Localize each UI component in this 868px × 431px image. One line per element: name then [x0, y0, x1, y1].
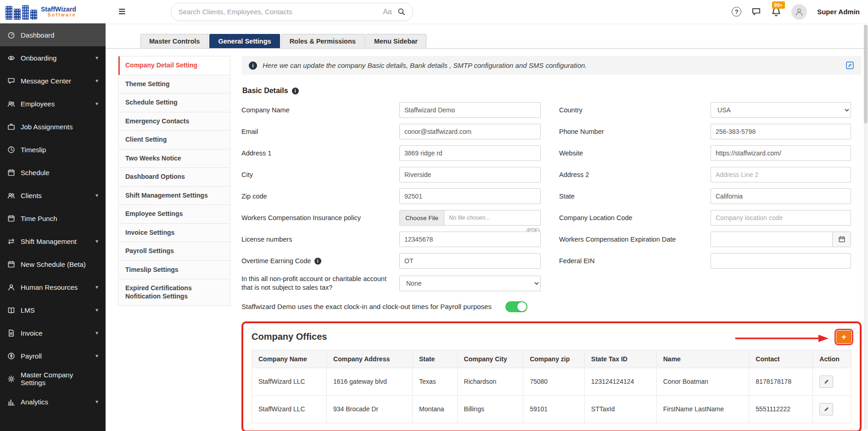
cell-state: Texas	[413, 368, 458, 395]
scrollbar[interactable]	[864, 25, 868, 430]
sidebar-item-label: Shift Management	[21, 238, 77, 245]
website-input[interactable]	[711, 145, 851, 161]
sidebar-item-time-punch[interactable]: Time Punch	[0, 207, 106, 230]
federal-ein-label: Federal EIN	[559, 257, 711, 265]
nonprofit-select[interactable]: None	[399, 276, 541, 291]
basic-details-heading: Basic Details i	[242, 87, 862, 95]
menu-item-two-weeks-notice[interactable]: Two Weeks Notice	[118, 149, 230, 168]
phone-number-input[interactable]	[711, 124, 851, 139]
sidebar-item-timeslip[interactable]: Timeslip	[0, 138, 106, 161]
info-banner: i Here we can update the company Basic d…	[241, 56, 862, 75]
settings-tabs: Master Controls General Settings Roles &…	[106, 34, 868, 49]
state-input[interactable]	[711, 188, 851, 204]
sidebar-item-clients[interactable]: Clients ▾	[0, 184, 106, 207]
chat-icon[interactable]	[751, 7, 761, 17]
federal-ein-input[interactable]	[711, 253, 851, 269]
sidebar-item-dashboard[interactable]: Dashboard	[0, 23, 106, 46]
topbar: StaffWizard Software ≡ Aa ? 99+ Super Ad…	[0, 0, 868, 23]
chat-bubble-icon	[7, 77, 15, 85]
search-input[interactable]	[179, 8, 377, 16]
city-input[interactable]	[399, 167, 541, 182]
sidebar-item-lms[interactable]: LMS ▾	[0, 298, 106, 321]
menu-item-company-detail-setting[interactable]: Company Detail Setting	[118, 56, 230, 75]
menu-item-dashboard-options[interactable]: Dashboard Options	[118, 168, 230, 187]
state-label: State	[559, 192, 711, 201]
sidebar-item-onboarding[interactable]: Onboarding ▾	[0, 46, 106, 69]
user-name[interactable]: Super Admin	[817, 8, 860, 16]
sidebar-item-new-schedule-beta[interactable]: New Schedule (Beta)	[0, 253, 106, 276]
edit-office-button[interactable]	[819, 403, 833, 415]
choose-file-button[interactable]: Choose File	[400, 210, 444, 225]
sidebar-item-label: Dashboard	[21, 31, 54, 39]
search-icon[interactable]	[398, 8, 405, 16]
sidebar-item-shift-management[interactable]: Shift Management ▾	[0, 230, 106, 253]
menu-item-payroll-settings[interactable]: Payroll Settings	[118, 242, 230, 261]
sidebar-item-payroll[interactable]: Payroll ▾	[0, 344, 106, 367]
column-header: Name	[656, 350, 749, 368]
hamburger-menu-icon[interactable]: ≡	[118, 6, 126, 18]
address2-input[interactable]	[711, 167, 851, 182]
sidebar-item-employees[interactable]: Employees ▾	[0, 92, 106, 115]
app-logo[interactable]: StaffWizard Software	[0, 0, 106, 23]
book-icon	[7, 306, 15, 314]
toggle-knob	[517, 302, 526, 311]
exact-clock-toggle[interactable]	[505, 301, 527, 312]
add-office-button[interactable]: +	[836, 331, 851, 343]
cell-company-address: 1616 gateway blvd	[327, 368, 413, 395]
license-numbers-input[interactable]	[399, 232, 541, 247]
calendar-icon[interactable]	[832, 232, 851, 247]
phone-number-label: Phone Number	[559, 127, 711, 136]
sidebar-item-label: Human Resources	[21, 283, 78, 291]
company-name-input[interactable]	[399, 102, 541, 118]
sidebar-item-job-assignments[interactable]: Job Assignments	[0, 115, 106, 138]
chevron-down-icon: ▾	[95, 330, 98, 336]
pencil-icon	[823, 406, 829, 412]
bar-chart-icon	[7, 398, 15, 406]
workers-comp-expiration-input[interactable]	[711, 232, 832, 247]
edit-icon[interactable]	[846, 61, 854, 70]
company-location-code-input[interactable]	[711, 210, 851, 226]
nonprofit-question-label: In this all non-profit account or charit…	[241, 275, 399, 292]
cell-company-name: StaffWizard LLC	[252, 395, 327, 423]
edit-office-button[interactable]	[819, 376, 833, 388]
avatar[interactable]	[791, 4, 807, 20]
cell-contact: 5551112222	[749, 395, 813, 423]
overtime-earning-code-input[interactable]	[399, 253, 541, 269]
menu-item-theme-setting[interactable]: Theme Setting	[118, 75, 230, 94]
sidebar-item-label: Timeslip	[21, 146, 46, 154]
clock-icon	[7, 146, 15, 154]
menu-item-employee-settings[interactable]: Employee Settings	[118, 205, 230, 224]
settings-panel: i Here we can update the company Basic d…	[241, 56, 862, 431]
sidebar-item-master-company-settings[interactable]: Master Company Settings	[0, 367, 106, 390]
menu-item-emergency-contacts[interactable]: Emergency Contacts	[118, 112, 230, 131]
scrollbar-thumb[interactable]	[864, 25, 868, 123]
zip-input[interactable]	[399, 188, 541, 204]
chevron-down-icon: ▾	[95, 77, 98, 84]
sidebar-item-invoice[interactable]: Invoice ▾	[0, 321, 106, 344]
sidebar-item-message-center[interactable]: Message Center ▾	[0, 69, 106, 92]
tab-roles-permissions[interactable]: Roles & Permissions	[281, 34, 364, 48]
menu-item-expired-certifications-notification-settings[interactable]: Expired Certifications Nofitication Sett…	[118, 279, 230, 306]
tab-general-settings[interactable]: General Settings	[209, 34, 280, 48]
menu-item-client-setting[interactable]: Client Setting	[118, 131, 230, 149]
sidebar-item-human-resources[interactable]: Human Resources ▾	[0, 276, 106, 298]
sidebar-item-label: Employees	[21, 100, 55, 108]
cell-company-city: Richardson	[457, 368, 523, 395]
help-icon[interactable]: ?	[732, 7, 741, 17]
menu-item-invoice-settings[interactable]: Invoice Settings	[118, 224, 230, 243]
calendar-icon	[7, 215, 15, 222]
sidebar-item-analytics[interactable]: Analytics ▾	[0, 390, 106, 413]
tab-master-controls[interactable]: Master Controls	[140, 34, 208, 48]
column-header: State	[413, 350, 458, 368]
address1-input[interactable]	[399, 145, 541, 161]
menu-item-shift-management-settings[interactable]: Shift Management Settings	[118, 187, 230, 205]
menu-item-schedule-setting[interactable]: Schedule Setting	[118, 94, 230, 112]
menu-item-timeslip-settings[interactable]: Timeslip Settings	[118, 261, 230, 280]
country-select[interactable]: USA	[711, 102, 851, 118]
email-input[interactable]	[399, 124, 541, 139]
sidebar-item-schedule[interactable]: Schedule	[0, 161, 106, 184]
notifications-bell[interactable]: 99+	[771, 7, 781, 17]
tab-menu-sidebar[interactable]: Menu Sidebar	[365, 34, 426, 48]
sidebar-item-label: Time Punch	[21, 215, 57, 222]
sidebar-item-label: Invoice	[21, 329, 43, 337]
